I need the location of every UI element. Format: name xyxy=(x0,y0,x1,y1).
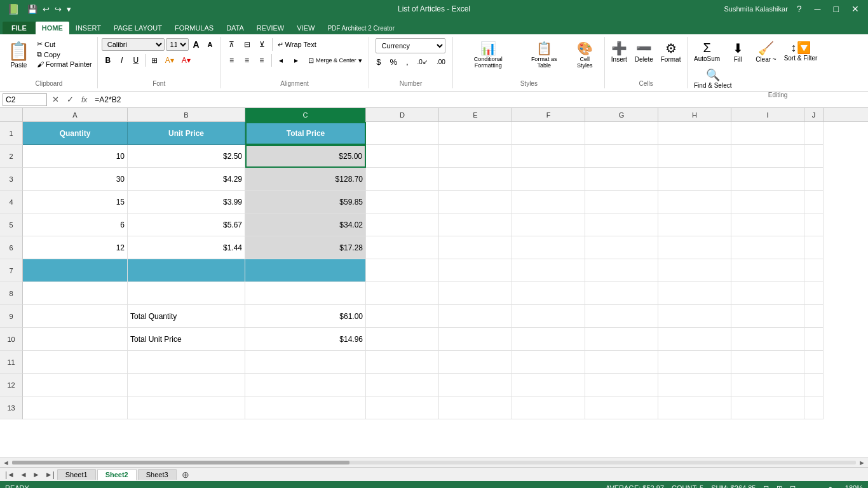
merge-center-button[interactable]: ⊡ Merge & Center ▾ xyxy=(306,54,365,67)
cell-a6[interactable]: 12 xyxy=(23,236,128,259)
cell-b4[interactable]: $3.99 xyxy=(128,191,245,214)
cell-reference-box[interactable]: C2 xyxy=(3,93,47,106)
cell-j6[interactable] xyxy=(804,236,824,259)
cell-c7[interactable] xyxy=(245,259,366,282)
horizontal-scroll-area[interactable]: ◄ ► xyxy=(0,458,868,467)
row-header-7[interactable]: 7 xyxy=(0,259,23,282)
cell-h7[interactable] xyxy=(658,259,731,282)
increase-decimal-button[interactable]: .00 xyxy=(433,55,449,68)
cell-b7[interactable] xyxy=(128,259,245,282)
tab-file[interactable]: FILE xyxy=(3,22,36,34)
cell-c8[interactable] xyxy=(245,282,366,305)
autosum-button[interactable]: Σ AutoSum xyxy=(691,39,722,64)
cell-f8[interactable] xyxy=(512,282,585,305)
cell-g13[interactable] xyxy=(585,396,658,419)
cell-j7[interactable] xyxy=(804,259,824,282)
close-button[interactable]: ✕ xyxy=(848,4,863,14)
sheet-nav-first[interactable]: |◄ xyxy=(3,470,17,479)
cell-d7[interactable] xyxy=(366,259,439,282)
cell-j13[interactable] xyxy=(804,396,824,419)
sheet-tab-sheet2[interactable]: Sheet2 xyxy=(97,469,137,480)
fill-button[interactable]: ⬇ Fill xyxy=(725,39,750,64)
conditional-formatting-button[interactable]: 📊 Conditional Formatting xyxy=(457,39,519,70)
cell-e2[interactable] xyxy=(439,145,512,168)
font-size-selector[interactable]: 11 xyxy=(166,38,189,51)
cell-f3[interactable] xyxy=(512,168,585,191)
cell-d12[interactable] xyxy=(366,374,439,396)
cell-i4[interactable] xyxy=(731,191,804,214)
cell-a1[interactable]: Quantity xyxy=(23,122,128,145)
cell-d10[interactable] xyxy=(366,328,439,351)
cell-j10[interactable] xyxy=(804,328,824,351)
cell-c3[interactable]: $128.70 xyxy=(245,168,366,191)
cell-h12[interactable] xyxy=(658,374,731,396)
cell-a13[interactable] xyxy=(23,396,128,419)
wrap-text-button[interactable]: ↵ Wrap Text xyxy=(275,38,319,51)
cell-h8[interactable] xyxy=(658,282,731,305)
dollar-sign-button[interactable]: $ xyxy=(372,55,384,68)
col-header-j[interactable]: J xyxy=(804,108,824,122)
cell-f1[interactable] xyxy=(512,122,585,145)
sort-filter-button[interactable]: ↕🔽 Sort & Filter xyxy=(782,39,820,63)
number-format-selector[interactable]: Currency General Number Accounting Short… xyxy=(376,38,445,53)
cell-f12[interactable] xyxy=(512,374,585,396)
cell-c10[interactable]: $14.96 xyxy=(245,328,366,351)
row-header-1[interactable]: 1 xyxy=(0,122,23,145)
cell-b2[interactable]: $2.50 xyxy=(128,145,245,168)
cell-a4[interactable]: 15 xyxy=(23,191,128,214)
row-header-13[interactable]: 13 xyxy=(0,396,23,419)
cell-g2[interactable] xyxy=(585,145,658,168)
cell-g1[interactable] xyxy=(585,122,658,145)
cell-styles-button[interactable]: 🎨 Cell Styles xyxy=(569,39,600,70)
sheet-nav-prev[interactable]: ◄ xyxy=(17,470,30,479)
center-align-button[interactable]: ≡ xyxy=(240,54,254,67)
cell-b11[interactable] xyxy=(128,351,245,374)
cell-b3[interactable]: $4.29 xyxy=(128,168,245,191)
italic-button[interactable]: I xyxy=(116,54,128,67)
cell-c9[interactable]: $61.00 xyxy=(245,305,366,328)
tab-formulas[interactable]: FORMULAS xyxy=(168,22,220,34)
cell-d11[interactable] xyxy=(366,351,439,374)
cell-h4[interactable] xyxy=(658,191,731,214)
cell-i11[interactable] xyxy=(731,351,804,374)
cell-i2[interactable] xyxy=(731,145,804,168)
cell-e11[interactable] xyxy=(439,351,512,374)
cell-c2[interactable]: $25.00 xyxy=(245,145,366,168)
cell-h10[interactable] xyxy=(658,328,731,351)
cell-j12[interactable] xyxy=(804,374,824,396)
minimize-button[interactable]: ─ xyxy=(811,4,825,14)
cell-f2[interactable] xyxy=(512,145,585,168)
format-painter-button[interactable]: 🖌 Format Painter xyxy=(35,60,94,69)
font-shrink-button[interactable]: A xyxy=(204,38,217,51)
cell-j1[interactable] xyxy=(804,122,824,145)
cell-b1[interactable]: Unit Price xyxy=(128,122,245,145)
cell-g8[interactable] xyxy=(585,282,658,305)
cell-f4[interactable] xyxy=(512,191,585,214)
cell-f9[interactable] xyxy=(512,305,585,328)
paste-button[interactable]: 📋 Paste xyxy=(4,39,34,70)
font-grow-button[interactable]: A xyxy=(190,38,203,51)
cell-d3[interactable] xyxy=(366,168,439,191)
cell-i3[interactable] xyxy=(731,168,804,191)
find-select-button[interactable]: 🔍 Find & Select xyxy=(691,67,734,90)
cell-d2[interactable] xyxy=(366,145,439,168)
format-cells-button[interactable]: ⚙ Format xyxy=(658,39,684,64)
fill-color-button[interactable]: A▾ xyxy=(162,54,177,67)
cell-a10[interactable] xyxy=(23,328,128,351)
tab-pdf[interactable]: PDF Architect 2 Creator xyxy=(321,22,401,34)
cell-d1[interactable] xyxy=(366,122,439,145)
copy-button[interactable]: ⧉ Copy xyxy=(35,50,94,59)
align-top-button[interactable]: ⊼ xyxy=(225,38,239,51)
help-button[interactable]: ? xyxy=(793,4,806,14)
cell-d6[interactable] xyxy=(366,236,439,259)
col-header-c[interactable]: C xyxy=(245,108,366,122)
cell-j2[interactable] xyxy=(804,145,824,168)
cell-c4[interactable]: $59.85 xyxy=(245,191,366,214)
page-break-icon[interactable]: ⊟ xyxy=(790,484,796,489)
cell-g9[interactable] xyxy=(585,305,658,328)
undo-icon[interactable]: ↩ xyxy=(41,3,51,15)
format-as-table-button[interactable]: 📋 Format as Table xyxy=(521,39,567,70)
percent-button[interactable]: % xyxy=(386,55,401,68)
cell-c6[interactable]: $17.28 xyxy=(245,236,366,259)
underline-button[interactable]: U xyxy=(130,54,142,67)
